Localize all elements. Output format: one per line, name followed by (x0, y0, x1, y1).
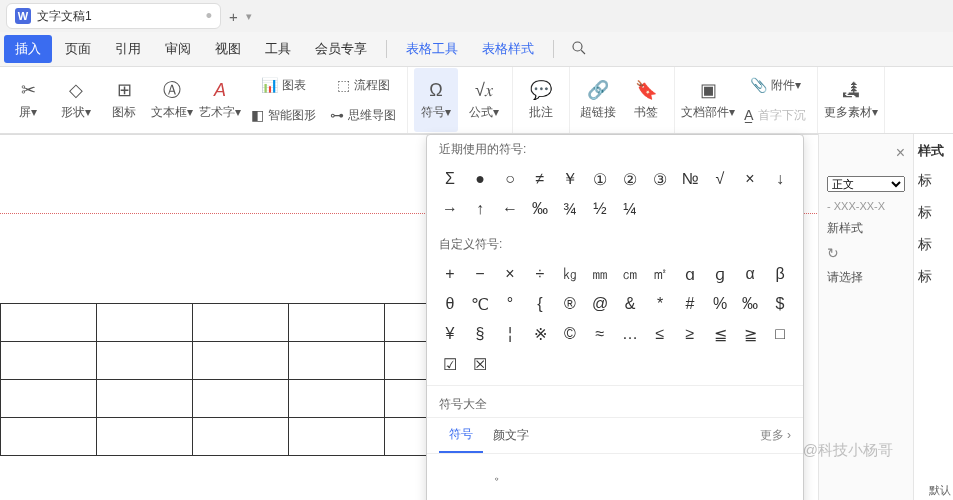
symbol-item[interactable]: ¦ (495, 319, 525, 349)
style-item[interactable]: 标 (918, 202, 949, 224)
symbol-item[interactable]: ￥ (555, 164, 585, 194)
symbol-item[interactable]: ≦ (705, 319, 735, 349)
symbol-item[interactable]: { (525, 289, 555, 319)
symbol-item[interactable]: § (465, 319, 495, 349)
symbol-item[interactable]: × (735, 164, 765, 194)
symbol-item[interactable]: ≈ (585, 319, 615, 349)
symbol-item[interactable]: ½ (585, 194, 615, 224)
attachment-button[interactable]: 📎附件▾ (739, 71, 811, 99)
symbol-item[interactable]: ☒ (465, 349, 495, 379)
symbol-item[interactable]: ® (555, 289, 585, 319)
symbol-item[interactable]: ○ (495, 164, 525, 194)
wordart-button[interactable]: A艺术字▾ (198, 68, 242, 132)
chart-button[interactable]: 📊图表 (246, 71, 321, 99)
symbol-item[interactable]: ※ (525, 319, 555, 349)
table[interactable] (0, 303, 481, 456)
mindmap-button[interactable]: ⊶思维导图 (325, 101, 401, 129)
symbol-item[interactable]: ↓ (765, 164, 795, 194)
symbol-item[interactable]: ㎝ (615, 259, 645, 289)
icons-button[interactable]: ⊞图标 (102, 68, 146, 132)
new-style-link[interactable]: 新样式 (827, 220, 863, 237)
more-resources-button[interactable]: 🏞更多素材▾ (824, 68, 878, 132)
menu-table-style[interactable]: 表格样式 (471, 35, 545, 63)
symbol-item[interactable]: % (705, 289, 735, 319)
symbol-item[interactable]: ɑ (675, 259, 705, 289)
menu-view[interactable]: 视图 (204, 35, 252, 63)
symbol-item[interactable]: ☑ (435, 349, 465, 379)
symbol-item[interactable]: α (735, 259, 765, 289)
more-link[interactable]: 更多 › (760, 427, 791, 444)
symbol-item[interactable]: ③ (645, 164, 675, 194)
menu-page[interactable]: 页面 (54, 35, 102, 63)
menu-review[interactable]: 审阅 (154, 35, 202, 63)
hyperlink-button[interactable]: 🔗超链接 (576, 68, 620, 132)
symbol-item[interactable]: ≠ (525, 164, 555, 194)
symbol-item[interactable]: β (765, 259, 795, 289)
symbol-item[interactable]: ↑ (465, 194, 495, 224)
symbol-item[interactable]: − (465, 259, 495, 289)
symbol-item[interactable]: ‰ (735, 289, 765, 319)
style-item[interactable]: 标 (918, 170, 949, 192)
flowchart-button[interactable]: ⬚流程图 (325, 71, 401, 99)
style-item[interactable]: 标 (918, 234, 949, 256)
menu-reference[interactable]: 引用 (104, 35, 152, 63)
symbol-item[interactable]: ② (615, 164, 645, 194)
symbol-item[interactable]: ≤ (645, 319, 675, 349)
tab-options-icon[interactable]: ▾ (246, 10, 252, 23)
symbol-item[interactable]: ㎏ (555, 259, 585, 289)
smartart-button[interactable]: ◧智能图形 (246, 101, 321, 129)
symbol-item[interactable]: @ (585, 289, 615, 319)
symbol-button[interactable]: Ω符号▾ (414, 68, 458, 132)
textbox-button[interactable]: Ⓐ文本框▾ (150, 68, 194, 132)
document-tab[interactable]: W 文字文稿1 • (6, 3, 221, 29)
new-tab-button[interactable]: + (229, 8, 238, 25)
symbol-item[interactable]: ¾ (555, 194, 585, 224)
symbol-item[interactable]: … (615, 319, 645, 349)
symbol-item[interactable]: © (555, 319, 585, 349)
symbol-item[interactable]: θ (435, 289, 465, 319)
symbol-item[interactable]: & (615, 289, 645, 319)
screenshot-button[interactable]: ✂屏▾ (6, 68, 50, 132)
symbol-item[interactable]: Σ (435, 164, 465, 194)
symbol-item[interactable]: ① (585, 164, 615, 194)
dropcap-button[interactable]: A̲首字下沉 (739, 101, 811, 129)
symbol-item[interactable]: * (645, 289, 675, 319)
tab-emoji[interactable]: 颜文字 (483, 419, 539, 452)
symbol-item[interactable]: + (435, 259, 465, 289)
symbol-item[interactable]: ¥ (435, 319, 465, 349)
menu-member[interactable]: 会员专享 (304, 35, 378, 63)
search-icon[interactable] (570, 39, 588, 60)
menu-tools[interactable]: 工具 (254, 35, 302, 63)
symbol-item[interactable]: ㎡ (645, 259, 675, 289)
symbol-item[interactable]: ， (481, 490, 519, 500)
symbol-item[interactable]: ≥ (675, 319, 705, 349)
menu-insert[interactable]: 插入 (4, 35, 52, 63)
formula-button[interactable]: √𝑥公式▾ (462, 68, 506, 132)
close-icon[interactable]: × (896, 144, 905, 162)
symbol-item[interactable]: $ (765, 289, 795, 319)
refresh-icon[interactable]: ↻ (827, 245, 839, 261)
symbol-item[interactable]: ‰ (525, 194, 555, 224)
tab-symbol[interactable]: 符号 (439, 418, 483, 453)
symbol-item[interactable]: ɡ (705, 259, 735, 289)
symbol-item[interactable]: № (675, 164, 705, 194)
menu-table-tools[interactable]: 表格工具 (395, 35, 469, 63)
symbol-item[interactable]: □ (765, 319, 795, 349)
docparts-button[interactable]: ▣文档部件▾ (681, 68, 735, 132)
symbol-item[interactable]: ● (465, 164, 495, 194)
bookmark-button[interactable]: 🔖书签 (624, 68, 668, 132)
symbol-item[interactable]: ← (495, 194, 525, 224)
symbol-item[interactable]: ¼ (615, 194, 645, 224)
symbol-item[interactable]: √ (705, 164, 735, 194)
symbol-item[interactable]: 。 (481, 460, 519, 490)
symbol-item[interactable]: × (495, 259, 525, 289)
symbol-item[interactable]: # (675, 289, 705, 319)
symbol-item[interactable]: ㎜ (585, 259, 615, 289)
style-select[interactable]: 正文 (827, 176, 905, 192)
symbol-item[interactable]: ≧ (735, 319, 765, 349)
symbol-item[interactable]: ℃ (465, 289, 495, 319)
shapes-button[interactable]: ◇形状▾ (54, 68, 98, 132)
symbol-item[interactable]: ÷ (525, 259, 555, 289)
style-item[interactable]: 标 (918, 266, 949, 288)
symbol-item[interactable]: ° (495, 289, 525, 319)
